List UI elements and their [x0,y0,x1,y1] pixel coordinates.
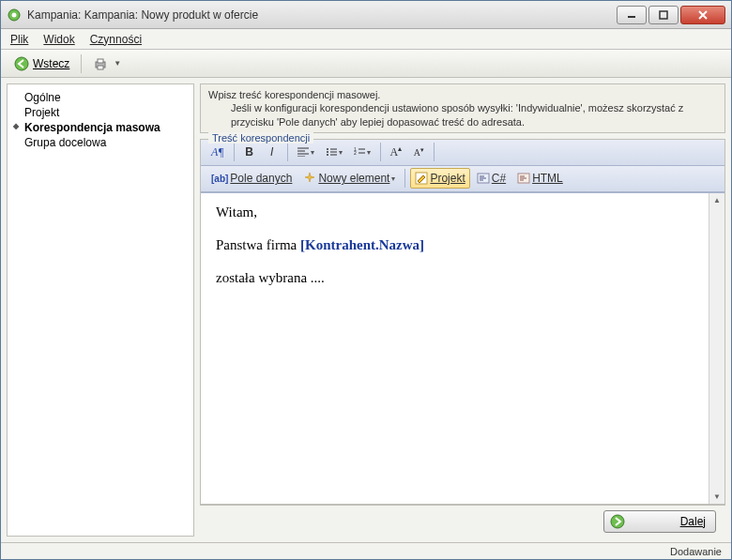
chevron-down-icon: ▾ [311,148,314,157]
body: Ogólne Projekt Korespondencja masowa Gru… [1,78,731,542]
chevron-down-icon: ▾ [391,174,395,183]
merge-field[interactable]: [Kontrahent.Nazwa] [300,237,424,252]
app-window: Kampania: Kampania: Nowy produkt w oferc… [0,0,732,560]
pencil-icon [415,172,428,185]
sparkle-icon [303,172,316,185]
status-mode: Dodawanie [670,546,722,557]
editor-toolbar-formatting: A¶ B I ▾ ▾ 12 ▾ [201,140,724,166]
toolbar-separator [81,54,82,73]
style-button[interactable]: A¶ [206,142,229,162]
svg-marker-24 [305,173,314,182]
window-title: Kampania: Kampania: Nowy produkt w oferc… [27,8,615,22]
html-view-button[interactable]: HTML [512,168,568,189]
design-view-button[interactable]: Projekt [410,168,469,189]
editor-text: Panstwa firma [216,237,300,252]
csharp-view-button[interactable]: C# [472,168,511,189]
align-button[interactable]: ▾ [293,142,319,162]
menu-file[interactable]: Plik [10,33,28,46]
close-button[interactable] [680,6,725,24]
svg-point-6 [15,57,28,70]
window-controls [615,6,725,24]
svg-rect-9 [98,66,103,69]
chevron-down-icon: ▼ [114,59,121,68]
bold-button[interactable]: B [239,142,260,162]
numbered-list-button[interactable]: 12 ▾ [349,142,375,162]
back-icon [14,56,29,71]
editor-area: Witam, Panstwa firma [Kontrahent.Nazwa] … [201,192,724,504]
code-icon [477,172,490,185]
svg-point-34 [611,515,624,528]
menu-actions[interactable]: Czynności [90,33,142,46]
next-button[interactable]: Dalej [603,510,716,533]
svg-point-14 [327,148,328,150]
editor-content[interactable]: Witam, Panstwa firma [Kontrahent.Nazwa] … [201,193,709,504]
app-icon [7,8,22,23]
svg-point-18 [327,154,328,156]
print-icon [93,56,108,71]
chevron-down-icon: ▾ [339,148,343,157]
maximize-button[interactable] [648,6,679,24]
nav-mass-correspondence[interactable]: Korespondencja masowa [15,120,186,135]
wizard-footer: Dalej [200,505,725,537]
group-legend: Treść korespondencji [208,132,313,144]
scroll-up-icon[interactable]: ▲ [710,193,724,208]
nav-target-group[interactable]: Grupa docelowa [15,135,186,150]
editor-text: została wybrana .... [216,270,325,285]
back-button[interactable]: Wstecz [10,54,73,73]
svg-point-16 [327,151,328,153]
status-bar: Dodawanie [1,542,731,559]
field-data-button[interactable]: [ab] Pole danych [206,168,297,189]
minimize-button[interactable] [617,6,647,24]
forward-icon [610,514,625,529]
titlebar: Kampania: Kampania: Nowy produkt w oferc… [1,1,731,29]
svg-point-1 [12,12,17,17]
svg-text:2: 2 [354,150,357,156]
increase-font-button[interactable]: A▴ [386,142,407,162]
italic-button[interactable]: I [262,142,282,162]
main-panel: Wpisz treść korespondencji masowej. Jeśl… [200,83,725,537]
wizard-sidebar: Ogólne Projekt Korespondencja masowa Gru… [7,83,194,537]
toolbar: Wstecz ▼ [1,50,731,78]
field-icon: [ab] [211,174,228,184]
bullet-list-button[interactable]: ▾ [321,142,347,162]
new-element-button[interactable]: Nowy element ▾ [298,168,400,189]
next-label: Dalej [644,515,706,528]
vertical-scrollbar[interactable]: ▲ ▼ [709,193,724,504]
html-icon [517,172,530,185]
info-line1: Wpisz treść korespondencji masowej. [208,88,717,101]
menu-view[interactable]: Widok [43,33,74,46]
info-line2: Jeśli w konfiguracji korespondencji usta… [208,101,717,129]
back-label: Wstecz [33,57,69,70]
chevron-down-icon: ▾ [367,148,371,157]
menubar: Plik Widok Czynności [1,29,731,50]
decrease-font-button[interactable]: A▾ [408,142,429,162]
editor-text: Witam, [216,204,257,219]
print-button[interactable]: ▼ [89,54,125,73]
content-group: Treść korespondencji A¶ B I ▾ ▾ [200,139,725,505]
editor-toolbar-insert: [ab] Pole danych Nowy element ▾ [201,166,724,192]
nav-project[interactable]: Projekt [15,105,186,120]
info-text: Wpisz treść korespondencji masowej. Jeśl… [200,83,725,133]
svg-rect-8 [98,59,103,63]
nav-general[interactable]: Ogólne [15,90,186,105]
svg-rect-3 [660,11,667,19]
scroll-down-icon[interactable]: ▼ [710,489,724,504]
